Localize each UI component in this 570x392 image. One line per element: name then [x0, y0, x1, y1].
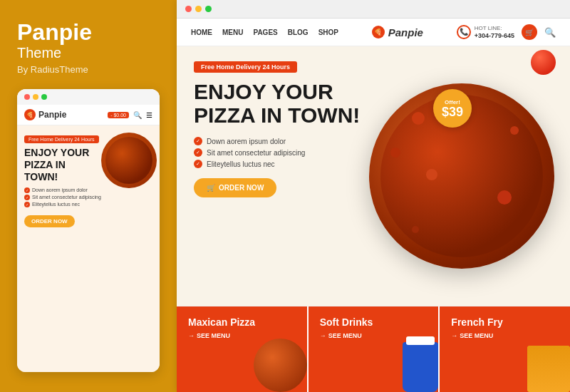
menu-card-fries: French Fry → SEE MENU — [440, 306, 570, 392]
check-icon-2: ✓ — [24, 195, 30, 200]
mockup-checklist: ✓ Down aorem ipsum dolor ✓ Sit amet cons… — [24, 187, 152, 207]
check-icon-3: ✓ — [24, 202, 30, 207]
order-btn-hero[interactable]: 🛒 ORDER NOW — [194, 178, 276, 197]
site-nav: HOME MENU PAGES BLOG SHOP 🍕 Panpie 📞 HOT… — [177, 19, 570, 46]
site-logo-icon: 🍕 — [372, 26, 385, 38]
drinks-food-img — [403, 342, 438, 392]
mockup-hero: Free Home Delivery 24 Hours ENJOY YOUR P… — [17, 125, 160, 372]
fries-visual — [527, 346, 570, 392]
hero-check-icon-3: ✓ — [194, 160, 202, 168]
site-nav-right: 📞 HOT LINE: +304-779-645 🛒 🔍 — [457, 24, 556, 40]
browser-dot-red — [185, 6, 192, 12]
menu-card-drinks: Soft Drinks → SEE MENU — [309, 306, 439, 392]
browser-dot-yellow — [195, 6, 202, 12]
hero-check-item-2: ✓ Sit amet consectetur adipiscing — [194, 148, 360, 157]
mockup-nav-icons: - $0.00 🔍 ☰ — [108, 111, 152, 119]
hero-badge: Free Home Delivery 24 Hours — [194, 61, 297, 73]
dot-red — [24, 94, 30, 100]
hero-check-icon-2: ✓ — [194, 148, 202, 157]
menu-card-title-pizza: Maxican Pizza — [188, 316, 296, 328]
brand-title: Panpie — [17, 20, 160, 45]
tomato-decoration — [531, 50, 563, 82]
pizza-food-img — [254, 339, 307, 392]
offer-price: $39 — [442, 105, 463, 118]
hero-check-item-3: ✓ Eliteytellus luctus nec — [194, 160, 360, 168]
hero-title: ENJOY YOUR PIZZA IN TOWN! — [194, 80, 360, 127]
menu-card-title-fries: French Fry — [451, 316, 559, 328]
hotline-box: 📞 HOT LINE: +304-779-645 — [457, 25, 514, 39]
hotline-info: HOT LINE: +304-779-645 — [475, 25, 514, 39]
nav-pages[interactable]: PAGES — [253, 29, 277, 36]
mockup-check-item-3: ✓ Eliteytellus luctus nec — [24, 202, 152, 207]
cart-badge: - $0.00 — [108, 112, 129, 118]
hero-check-icon-1: ✓ — [194, 137, 202, 145]
nav-shop[interactable]: SHOP — [318, 29, 338, 36]
menu-categories: Maxican Pizza → SEE MENU Soft Drinks → S… — [177, 306, 570, 392]
mockup-logo-icon: 🍕 — [24, 109, 36, 120]
small-pizza-visual — [254, 339, 307, 392]
mockup-headline: ENJOY YOUR PIZZA IN TOWN! — [24, 147, 95, 182]
site-logo-text: Panpie — [388, 26, 423, 38]
pizza-circle-small — [101, 133, 157, 188]
brand-subtitle: Theme — [17, 45, 160, 61]
search-icon[interactable]: 🔍 — [544, 27, 556, 38]
nav-blog[interactable]: BLOG — [288, 29, 309, 36]
mockup-nav: 🍕 Panpie - $0.00 🔍 ☰ — [17, 105, 160, 125]
right-panel: HOME MENU PAGES BLOG SHOP 🍕 Panpie 📞 HOT… — [177, 0, 570, 392]
menu-card-pizza: Maxican Pizza → SEE MENU — [177, 306, 307, 392]
nav-home[interactable]: HOME — [191, 29, 212, 36]
hero-content: Free Home Delivery 24 Hours ENJOY YOUR P… — [194, 59, 360, 197]
site-logo: 🍕 Panpie — [338, 26, 457, 38]
dot-green — [41, 94, 47, 100]
browser-chrome — [177, 0, 570, 19]
browser-dot-green — [205, 6, 212, 12]
nav-menu[interactable]: MENU — [222, 29, 243, 36]
hero-section: Free Home Delivery 24 Hours ENJOY YOUR P… — [177, 46, 570, 306]
offer-badge: Offer! $39 — [433, 89, 472, 128]
order-btn-mobile[interactable]: ORDER NOW — [24, 215, 75, 227]
hero-pizza-area: Offer! $39 — [353, 46, 570, 306]
mockup-dots — [17, 89, 160, 105]
check-icon-1: ✓ — [24, 187, 30, 193]
menu-icon-mobile: ☰ — [146, 111, 152, 119]
mockup-check-item-2: ✓ Sit amet consectetur adipiscing — [24, 195, 152, 200]
phone-icon: 📞 — [457, 25, 471, 39]
hero-checklist: ✓ Down aorem ipsum dolor ✓ Sit amet cons… — [194, 137, 360, 168]
site-nav-links: HOME MENU PAGES BLOG SHOP — [191, 29, 338, 36]
menu-card-title-drinks: Soft Drinks — [320, 316, 428, 328]
free-delivery-badge-mobile: Free Home Delivery 24 Hours — [24, 135, 99, 143]
mockup-logo: 🍕 Panpie — [24, 109, 66, 120]
brand-author: By RadiusTheme — [17, 64, 160, 75]
mockup-pizza-image — [101, 133, 158, 190]
drink-cup-visual — [403, 342, 438, 392]
cart-icon-btn[interactable]: 🛒 — [522, 24, 537, 40]
browser-content: HOME MENU PAGES BLOG SHOP 🍕 Panpie 📞 HOT… — [177, 19, 570, 392]
cart-icon-order: 🛒 — [207, 184, 215, 192]
hero-check-item-1: ✓ Down aorem ipsum dolor — [194, 137, 360, 145]
see-menu-btn-fries[interactable]: → SEE MENU — [451, 332, 559, 339]
left-panel: Panpie Theme By RadiusTheme 🍕 Panpie - $… — [0, 0, 177, 392]
tomato-circle — [531, 50, 556, 75]
dot-yellow — [33, 94, 38, 100]
fries-food-img — [527, 346, 570, 392]
mobile-mockup: 🍕 Panpie - $0.00 🔍 ☰ Free Home Delivery … — [17, 89, 160, 372]
search-icon-mobile: 🔍 — [133, 111, 142, 119]
